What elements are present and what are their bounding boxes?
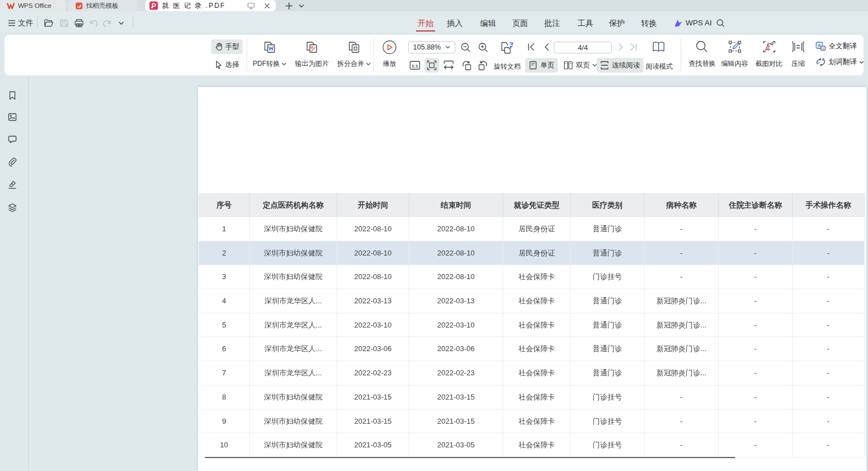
table-cell: 居民身份证 (503, 241, 571, 265)
double-page-icon (563, 61, 573, 70)
sidebar-divider (28, 75, 29, 471)
fit-page-button[interactable] (424, 58, 439, 73)
undo-icon[interactable] (89, 19, 98, 27)
fulltext-translate-button[interactable]: A文 全文翻译 (816, 42, 857, 51)
new-tab-icon[interactable] (285, 2, 293, 10)
menu-tab-edit[interactable]: 编辑 (480, 11, 496, 32)
table-cell: - (719, 385, 793, 409)
menu-tab-page[interactable]: 页面 (512, 11, 528, 32)
signature-icon[interactable] (7, 180, 17, 190)
close-tab-icon[interactable] (264, 3, 270, 9)
zoom-in-icon[interactable] (478, 42, 489, 53)
word-translate-button[interactable]: A 划词翻译 (816, 57, 864, 67)
attachment-icon[interactable] (7, 157, 17, 167)
zoom-out-icon[interactable] (460, 42, 471, 53)
medical-records-table: 序号定点医药机构名称开始时间结束时间就诊凭证类型医疗类别病种名称住院主诊断名称手… (199, 193, 865, 457)
menu-tab-insert[interactable]: 插入 (447, 11, 463, 32)
wps-ai-label[interactable]: WPS AI (686, 11, 712, 32)
table-cell: - (645, 217, 719, 241)
single-page-label: 单页 (540, 61, 554, 70)
table-cell: - (719, 265, 793, 289)
table-header-cell: 开始时间 (337, 193, 409, 217)
zoom-input[interactable]: 105.88% (408, 41, 455, 53)
fit-width-button[interactable] (441, 58, 456, 73)
read-mode-button[interactable]: 阅读模式 (637, 62, 682, 71)
menu-tab-convert[interactable]: 转换 (641, 11, 657, 32)
menu-tab-protect[interactable]: 保护 (609, 11, 625, 32)
wps-ai-icon[interactable] (674, 19, 683, 27)
table-bottom-line (205, 457, 735, 458)
pdf-page[interactable]: 序号定点医药机构名称开始时间结束时间就诊凭证类型医疗类别病种名称住院主诊断名称手… (198, 87, 866, 471)
select-tool-button[interactable]: 选择 (211, 57, 243, 72)
ribbon-toolbar: 手型 选择 PDF转换 输出为图片 拆分合并 (5, 35, 863, 75)
menu-search-icon[interactable] (716, 19, 725, 28)
layers-icon[interactable] (7, 203, 17, 213)
page-indicator-input[interactable]: 4/4 (554, 42, 612, 53)
menu-tab-tools[interactable]: 工具 (578, 11, 593, 32)
table-cell: 2022-08-10 (337, 217, 409, 241)
tab-docer-template[interactable]: 找稻壳模板 (69, 0, 137, 11)
comment-icon[interactable] (7, 134, 17, 145)
table-cell: 2021-03-15 (409, 385, 503, 409)
prev-page-icon[interactable] (543, 43, 551, 51)
table-row: 10深圳市妇幼保健院2021-03-052021-03-05社会保障卡门诊挂号-… (199, 433, 865, 457)
main-menu-icon[interactable] (8, 20, 16, 26)
redo-icon[interactable] (103, 19, 112, 27)
table-cell: 2022-03-13 (337, 289, 409, 313)
split-merge-label: 拆分合并 (337, 59, 364, 69)
actual-size-button[interactable]: 1:1 (408, 58, 422, 73)
tab-list-chevron-icon[interactable] (298, 4, 305, 8)
table-row: 9深圳市妇幼保健院2021-03-152021-03-15社会保障卡门诊挂号--… (199, 410, 865, 434)
double-page-button[interactable]: 双页 (560, 58, 601, 73)
compress-button[interactable]: 压缩 (778, 40, 818, 69)
table-cell: - (719, 433, 793, 457)
table-cell: 3 (199, 265, 250, 289)
table-cell: - (719, 289, 793, 313)
read-mode-icon[interactable] (652, 41, 665, 53)
save-icon[interactable] (60, 19, 69, 27)
bookmark-icon[interactable] (7, 91, 17, 101)
first-page-icon[interactable] (527, 43, 536, 51)
fulltext-translate-label: 全文翻译 (829, 42, 857, 51)
cursor-icon (214, 60, 223, 69)
print-icon[interactable] (74, 19, 84, 28)
rotate-doc-button[interactable]: 旋转文档 (485, 62, 530, 71)
single-page-button[interactable]: 单页 (525, 58, 558, 73)
play-button[interactable]: 播放 (367, 40, 412, 69)
table-cell: 新冠肺炎门诊... (645, 337, 719, 361)
export-image-button[interactable]: 输出为图片 (289, 40, 334, 69)
thumbnail-icon[interactable] (7, 112, 17, 122)
rotate-left-button[interactable] (459, 58, 474, 73)
table-cell: - (645, 241, 719, 265)
pdf-convert-button[interactable]: PDF转换 (247, 40, 292, 69)
continuous-read-label: 连续阅读 (612, 61, 640, 70)
last-page-icon[interactable] (629, 43, 638, 51)
hand-tool-button[interactable]: 手型 (211, 39, 243, 54)
open-file-icon[interactable] (44, 19, 53, 27)
menu-tab-home[interactable]: 开始 (418, 11, 433, 32)
file-menu-button[interactable]: 文件 (18, 11, 33, 32)
table-cell: 普通门诊 (571, 313, 645, 337)
wps-pdf-window: WPS Office 找稻壳模板 就 医 记 录 .PDF (0, 0, 868, 471)
table-cell: 普通门诊 (571, 241, 645, 265)
table-cell: 10 (199, 433, 250, 457)
table-cell: 深圳市妇幼保健院 (250, 241, 337, 265)
table-cell: 社会保障卡 (503, 361, 571, 385)
table-row: 8深圳市妇幼保健院2021-03-152021-03-15社会保障卡门诊挂号--… (199, 385, 865, 410)
quick-access-chevron-icon[interactable] (118, 21, 124, 25)
table-cell: 2022-03-10 (337, 313, 409, 337)
send-to-device-icon[interactable] (247, 2, 255, 10)
hand-tool-label: 手型 (225, 42, 239, 52)
menu-tab-annotate[interactable]: 批注 (544, 11, 560, 32)
table-header-cell: 手术操作名称 (793, 193, 865, 217)
tab-wps-office[interactable]: WPS Office (0, 0, 66, 11)
table-cell: 2021-03-05 (409, 433, 503, 457)
next-page-icon[interactable] (617, 43, 625, 51)
select-tool-label: 选择 (225, 60, 239, 70)
table-cell: 新冠肺炎门诊... (645, 313, 719, 337)
tab-document-active[interactable]: 就 医 记 录 .PDF (145, 0, 276, 11)
table-cell: 社会保障卡 (503, 337, 571, 361)
rotate-doc-icon[interactable] (500, 41, 514, 54)
table-cell: 门诊挂号 (571, 433, 645, 457)
table-row: 5深圳市龙华区人...2022-03-102022-03-10社会保障卡普通门诊… (199, 313, 865, 338)
